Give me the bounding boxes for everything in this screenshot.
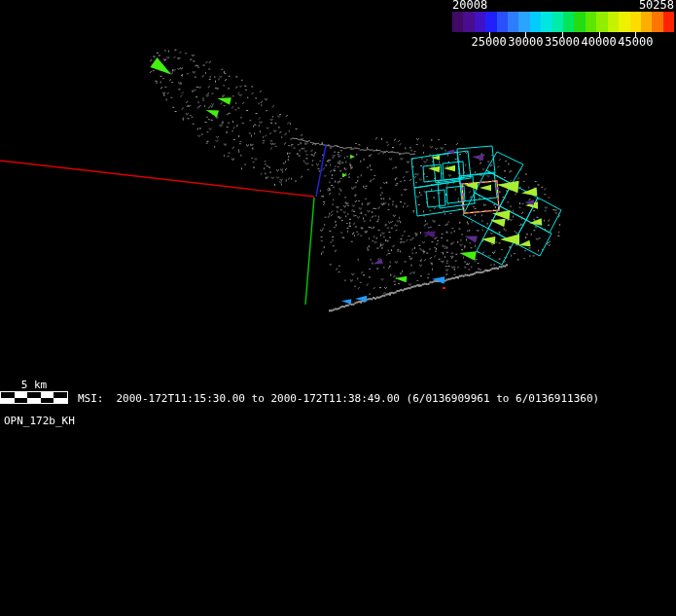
- scale-bar-checker: [0, 391, 68, 404]
- direction-arrow: [350, 155, 355, 159]
- colorbar-band: [530, 12, 541, 32]
- observation-time-range: 2000-172T11:15:30.00 to 2000-172T11:38:4…: [117, 392, 600, 405]
- sequence-name-label: OPN_172b_KH: [4, 416, 75, 427]
- direction-arrow: [464, 236, 477, 242]
- image-footprint[interactable]: [486, 152, 523, 184]
- instrument-label: MSI:: [78, 392, 104, 405]
- direction-arrow: [422, 231, 435, 237]
- colorbar-band: [463, 12, 474, 32]
- image-footprint[interactable]: [475, 170, 512, 206]
- direction-arrow: [432, 276, 445, 283]
- direction-arrow: [374, 258, 383, 264]
- colorbar: 20008 50258 2500030000350004000045000: [452, 0, 676, 49]
- direction-arrow: [529, 218, 542, 225]
- direction-arrow: [342, 173, 347, 177]
- direction-arrow: [480, 185, 491, 192]
- direction-arrow: [459, 251, 477, 260]
- scale-bar-label: 5 km: [0, 380, 68, 390]
- direction-arrow: [206, 110, 219, 117]
- colorbar-band: [452, 12, 463, 32]
- colorbar-band: [574, 12, 585, 32]
- colorbar-band: [619, 12, 629, 32]
- direction-arrow: [444, 165, 455, 172]
- colorbar-band: [552, 12, 563, 32]
- colorbar-band: [563, 12, 574, 32]
- colorbar-band: [541, 12, 551, 32]
- colorbar-band: [608, 12, 619, 32]
- direction-arrow: [395, 276, 407, 283]
- scale-bar-cell: [15, 398, 28, 404]
- scale-bar-cell: [53, 398, 67, 404]
- colorbar-tick-label: 45000: [614, 36, 657, 49]
- image-footprint[interactable]: [426, 190, 445, 207]
- direction-arrow: [521, 188, 537, 197]
- scale-bar-cell: [1, 398, 15, 404]
- colorbar-band: [508, 12, 518, 32]
- colorbar-gradient: [452, 12, 674, 32]
- scale-bar-cell: [41, 398, 54, 404]
- direction-arrow: [341, 299, 351, 305]
- colorbar-band: [475, 12, 485, 32]
- body-z-axis-line: [305, 198, 314, 305]
- direction-arrow: [500, 234, 519, 244]
- body-y-axis-line: [316, 145, 326, 197]
- colorbar-band: [586, 12, 596, 32]
- direction-arrow: [472, 155, 483, 162]
- direction-arrow: [355, 296, 367, 303]
- scale-bar-cell: [27, 398, 41, 404]
- colorbar-band: [663, 12, 674, 32]
- marker-dot: [443, 287, 445, 289]
- direction-arrow: [217, 97, 231, 105]
- colorbar-band: [497, 12, 508, 32]
- viewer-window: 20008 50258 2500030000350004000045000 5 …: [0, 0, 676, 616]
- direction-arrow: [150, 57, 171, 75]
- colorbar-min-label: 20008: [452, 0, 487, 11]
- status-line: MSI:2000-172T11:15:30.00 to 2000-172T11:…: [78, 393, 599, 405]
- colorbar-max-label: 50258: [639, 0, 674, 11]
- overlay-annotations: [0, 0, 676, 616]
- body-x-axis-line: [0, 161, 314, 197]
- image-footprint[interactable]: [477, 229, 514, 265]
- colorbar-band: [641, 12, 652, 32]
- colorbar-band: [630, 12, 641, 32]
- colorbar-tick-row: 2500030000350004000045000: [452, 32, 674, 49]
- colorbar-band: [652, 12, 662, 32]
- colorbar-band: [596, 12, 607, 32]
- colorbar-band: [485, 12, 496, 32]
- scale-bar: 5 km: [0, 380, 78, 405]
- colorbar-band: [518, 12, 529, 32]
